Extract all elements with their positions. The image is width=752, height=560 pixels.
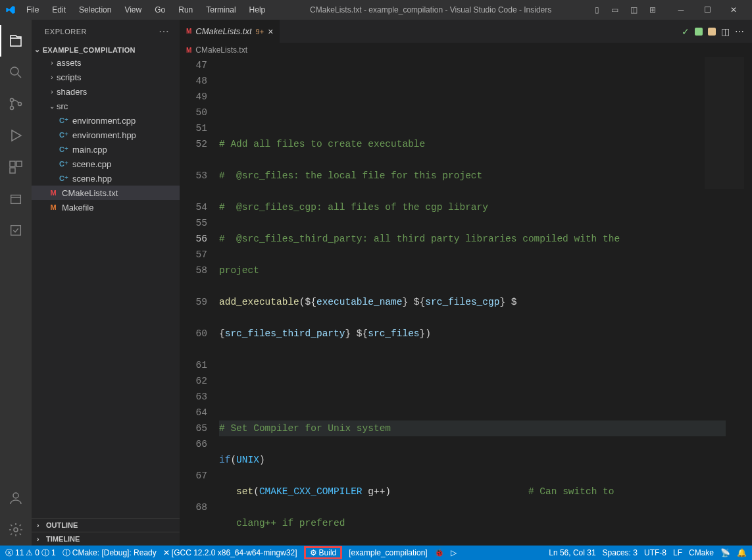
file-cmakelists[interactable]: MCMakeLists.txt [32, 186, 180, 200]
cmake-activity-icon[interactable] [0, 183, 32, 215]
window-maximize-icon[interactable]: ☐ [694, 3, 720, 17]
search-icon[interactable] [0, 57, 32, 88]
status-errors[interactable]: ⓧ 11 ⚠ 0 ⓘ 1 [5, 547, 56, 559]
window-title: CMakeLists.txt - example_compilation - V… [270, 5, 591, 14]
svg-point-10 [14, 528, 18, 532]
check-icon[interactable]: ✓ [682, 26, 689, 37]
project-root[interactable]: ⌄ EXAMPLE_COMPILATION [32, 44, 180, 55]
menu-terminal[interactable]: Terminal [201, 3, 241, 17]
status-language[interactable]: CMake [689, 548, 714, 557]
vscode-logo-icon [5, 5, 16, 15]
titlebar: File Edit Selection View Go Run Terminal… [0, 0, 752, 20]
window-close-icon[interactable]: ✕ [720, 3, 747, 17]
svg-rect-5 [16, 161, 22, 166]
menu-view[interactable]: View [119, 3, 147, 17]
svg-point-1 [11, 99, 14, 102]
status-cmake[interactable]: ⓘ CMake: [Debug]: Ready [63, 547, 157, 559]
tab-more-icon[interactable]: ⋯ [735, 26, 744, 37]
outline-section[interactable]: ›OUTLINE [32, 518, 180, 532]
tab-label: CMakeLists.txt [195, 26, 251, 36]
source-control-icon[interactable] [0, 88, 32, 120]
svg-rect-4 [10, 161, 15, 166]
menu-bar: File Edit Selection View Go Run Terminal… [21, 3, 270, 17]
testing-icon[interactable] [0, 215, 32, 246]
activity-bar [0, 20, 32, 546]
menu-help[interactable]: Help [244, 3, 271, 17]
folder-assets[interactable]: ›assets [32, 55, 180, 70]
status-bar: ⓧ 11 ⚠ 0 ⓘ 1 ⓘ CMake: [Debug]: Ready ✕ [… [0, 546, 752, 560]
status-bell-icon[interactable]: 🔔 [737, 548, 747, 557]
status-run-icon[interactable]: ▷ [451, 548, 457, 557]
menu-run[interactable]: Run [173, 3, 198, 17]
account-icon[interactable] [0, 482, 32, 514]
project-name: EXAMPLE_COMPILATION [43, 46, 136, 54]
status-kit[interactable]: ✕ [GCC 12.2.0 x86_64-w64-mingw32] [163, 548, 297, 557]
explorer-icon[interactable] [0, 25, 32, 57]
status-yellow-icon[interactable] [708, 28, 716, 36]
file-scene-cpp[interactable]: C⁺scene.cpp [32, 157, 180, 171]
layout-controls: ▯ ▭ ◫ ⊞ [591, 3, 660, 17]
menu-edit[interactable]: Edit [47, 3, 71, 17]
svg-point-3 [18, 103, 22, 106]
folder-scripts[interactable]: ›scripts [32, 70, 180, 84]
tab-problems-count: 9+ [256, 28, 264, 36]
tab-cmakelists[interactable]: M CMakeLists.txt 9+ × [180, 20, 280, 43]
svg-point-9 [13, 493, 18, 498]
folder-shaders[interactable]: ›shaders [32, 84, 180, 99]
file-makefile[interactable]: MMakefile [32, 200, 180, 215]
status-debug-icon[interactable]: 🐞 [434, 548, 444, 557]
svg-rect-8 [11, 226, 21, 236]
toggle-secondary-icon[interactable]: ◫ [626, 3, 641, 17]
menu-file[interactable]: File [21, 3, 44, 17]
menu-selection[interactable]: Selection [74, 3, 116, 17]
cmake-file-icon: M [186, 47, 191, 54]
editor-area: M CMakeLists.txt 9+ × ✓ ◫ ⋯ M CMakeLists… [180, 20, 752, 546]
sidebar-explorer: EXPLORER ⋯ ⌄ EXAMPLE_COMPILATION ›assets… [32, 20, 180, 546]
svg-point-2 [11, 107, 14, 110]
file-scene-hpp[interactable]: C⁺scene.hpp [32, 171, 180, 186]
status-feedback-icon[interactable]: 📡 [720, 548, 730, 557]
status-encoding[interactable]: UTF-8 [644, 548, 666, 557]
split-editor-icon[interactable]: ◫ [721, 26, 730, 37]
status-target[interactable]: [example_compilation] [349, 548, 427, 557]
menu-go[interactable]: Go [149, 3, 170, 17]
run-debug-icon[interactable] [0, 120, 32, 151]
code-editor[interactable]: 47 48 49 50 51 52 53 54 55 56 57 58 59 6… [180, 57, 752, 546]
minimap[interactable] [705, 57, 744, 189]
cmake-file-icon: M [186, 28, 191, 35]
code-content[interactable]: # Add all files to create executable # @… [219, 57, 752, 546]
toggle-sidebar-icon[interactable]: ▯ [591, 3, 603, 17]
line-gutter: 47 48 49 50 51 52 53 54 55 56 57 58 59 6… [180, 57, 219, 546]
explorer-more-icon[interactable]: ⋯ [159, 25, 170, 38]
tab-bar: M CMakeLists.txt 9+ × ✓ ◫ ⋯ [180, 20, 752, 43]
status-indent[interactable]: Spaces: 3 [603, 548, 638, 557]
file-main-cpp[interactable]: C⁺main.cpp [32, 142, 180, 157]
settings-gear-icon[interactable] [0, 514, 32, 546]
breadcrumb[interactable]: M CMakeLists.txt [180, 43, 752, 57]
explorer-title: EXPLORER [45, 28, 87, 36]
status-eol[interactable]: LF [673, 548, 682, 557]
customize-layout-icon[interactable]: ⊞ [645, 3, 660, 17]
breadcrumb-file: CMakeLists.txt [195, 45, 247, 55]
tab-close-icon[interactable]: × [268, 26, 273, 37]
extensions-icon[interactable] [0, 151, 32, 183]
folder-src[interactable]: ⌄src [32, 99, 180, 113]
file-environment-hpp[interactable]: C⁺environment.hpp [32, 128, 180, 142]
timeline-section[interactable]: ›TIMELINE [32, 532, 180, 546]
file-environment-cpp[interactable]: C⁺environment.cpp [32, 113, 180, 128]
status-build-button[interactable]: ⚙ Build [304, 546, 343, 559]
svg-rect-6 [10, 168, 15, 173]
toggle-panel-icon[interactable]: ▭ [607, 3, 622, 17]
status-green-icon[interactable] [695, 28, 703, 36]
status-cursor-position[interactable]: Ln 56, Col 31 [549, 548, 595, 557]
svg-rect-7 [11, 195, 21, 204]
window-minimize-icon[interactable]: ─ [668, 3, 694, 17]
svg-point-0 [11, 67, 18, 75]
